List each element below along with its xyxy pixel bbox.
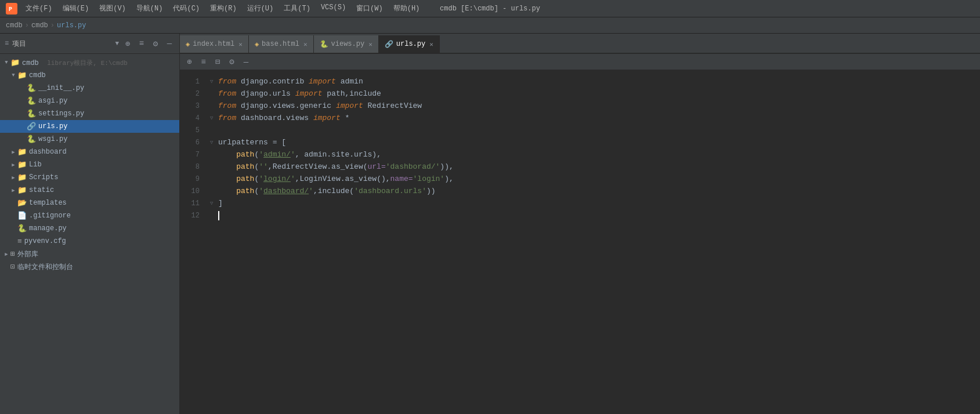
tab-close-views[interactable]: ✕: [368, 41, 373, 48]
tree-item-scripts[interactable]: ▶ 📁 Scripts: [0, 171, 179, 184]
menu-file[interactable]: 文件(F): [21, 2, 57, 14]
app-logo: P: [6, 3, 17, 14]
tree-arrow-root: ▼: [2, 59, 10, 67]
tree-item-cmdb-dir[interactable]: ▼ 📁 cmdb: [0, 69, 179, 82]
main-layout: ≡ 项目 ▼ ⊕ ≡ ⚙ — ▼ 📁 cmdb library根目录, E:\c…: [0, 34, 980, 414]
tab-urls-py[interactable]: 🔗 urls.py ✕: [379, 35, 440, 53]
tree-item-wsgi[interactable]: 🐍 wsgi.py: [0, 133, 179, 146]
breadcrumb-item-3[interactable]: urls.py: [57, 21, 86, 30]
tree-label-templates: templates: [29, 199, 67, 207]
kw-import-4: import: [313, 112, 341, 125]
tree-item-temp[interactable]: ⊡ 临时文件和控制台: [0, 260, 179, 273]
tree-item-root[interactable]: ▼ 📁 cmdb library根目录, E:\cmdb: [0, 56, 179, 69]
kw-from-3: from: [218, 100, 236, 112]
str-login-name: 'login': [413, 173, 445, 186]
kw-import-1: import: [309, 76, 336, 88]
tree-item-asgi[interactable]: 🐍 asgi.py: [0, 95, 179, 107]
tree-item-gitignore[interactable]: 📄 .gitignore: [0, 209, 179, 222]
tree-item-settings[interactable]: 🐍 settings.py: [0, 107, 179, 120]
kw-import-3: import: [336, 100, 363, 112]
code-line-6: ▽ urlpatterns = [: [218, 137, 980, 149]
str-dashboard-path: 'dashboard/': [259, 186, 313, 198]
menu-view[interactable]: 视图(V): [95, 2, 131, 14]
tab-close-urls[interactable]: ✕: [429, 41, 433, 48]
py-icon-manage: 🐍: [17, 224, 27, 233]
sidebar-settings-btn[interactable]: ⚙: [150, 38, 161, 49]
py-icon-settings: 🐍: [27, 109, 36, 118]
tab-icon-index: ◈: [186, 40, 190, 49]
func-path-4: path: [236, 186, 254, 198]
menu-window[interactable]: 窗口(W): [352, 2, 388, 14]
bracket-close: ]: [218, 198, 223, 210]
tab-views-py[interactable]: 🐍 views.py ✕: [314, 35, 379, 53]
tree-label-init: __init__.py: [38, 84, 84, 92]
redirectview-asview: RedirectView.as_view: [273, 161, 363, 173]
tree-label-dashboard: dashboard: [29, 148, 67, 156]
tree-arrow-cmdb: ▼: [9, 71, 17, 79]
tree-item-manage[interactable]: 🐍 manage.py: [0, 222, 179, 235]
menu-refactor[interactable]: 重构(R): [205, 2, 241, 14]
tab-base-html[interactable]: ◈ base.html ✕: [249, 35, 314, 53]
py-icon-init: 🐍: [27, 83, 36, 93]
menu-tools[interactable]: 工具(T): [279, 2, 315, 14]
fold-icon-6: ▽: [210, 139, 213, 147]
code-line-3: from django.views.generic import Redirec…: [218, 100, 980, 112]
code-editor[interactable]: 1 2 3 4 5 6 7 8 9 10 11 12 ▽ from dja: [180, 70, 980, 414]
sidebar-hide-btn[interactable]: —: [164, 38, 175, 49]
folder-icon-static: 📁: [17, 186, 27, 195]
import-redirectview: RedirectView: [368, 100, 422, 112]
tree-arrow-extlib: ▶: [2, 250, 10, 258]
kwarg-url: url=: [368, 161, 386, 173]
admin-site-urls: admin.site.urls: [304, 149, 372, 161]
tree-item-extlib[interactable]: ▶ ⊞ 外部库: [0, 248, 179, 260]
op-eq: =: [268, 137, 281, 149]
line-num-12: 12: [180, 210, 204, 222]
tab-icon-urls: 🔗: [385, 40, 393, 49]
toolbar-list-btn[interactable]: ≡: [198, 56, 208, 68]
toolbar-settings-btn[interactable]: ⚙: [227, 56, 236, 68]
svg-text:P: P: [9, 6, 12, 13]
tree-item-static[interactable]: ▶ 📁 static: [0, 184, 179, 197]
menu-code[interactable]: 代码(C): [168, 2, 204, 14]
folder-icon-root: 📁: [10, 58, 20, 67]
code-line-4: ▽ from dashboard.views import *: [218, 112, 980, 125]
tab-close-base[interactable]: ✕: [303, 41, 308, 48]
folder-icon-scripts: 📁: [17, 173, 27, 182]
import-path-include: path,include: [327, 88, 381, 100]
tree-item-dashboard[interactable]: ▶ 📁 dashboard: [0, 146, 179, 158]
line-num-1: 1: [180, 76, 204, 88]
title-bar: P 文件(F) 编辑(E) 视图(V) 导航(N) 代码(C) 重构(R) 运行…: [0, 0, 980, 17]
tree-item-urls[interactable]: 🔗 urls.py: [0, 120, 179, 133]
toolbar-globe-btn[interactable]: ⊕: [185, 56, 194, 68]
tab-index-html[interactable]: ◈ index.html ✕: [180, 35, 249, 53]
tab-close-index[interactable]: ✕: [238, 41, 243, 48]
tree-arrow-lib: ▶: [9, 161, 17, 169]
sidebar-collapse-btn[interactable]: ≡: [136, 38, 147, 49]
mod-django-urls: django.urls: [241, 88, 291, 100]
toolbar-collapse-btn[interactable]: ⊟: [213, 56, 222, 68]
tree-item-templates[interactable]: 📂 templates: [0, 197, 179, 209]
kw-from-4: from: [218, 112, 236, 125]
py-icon-asgi: 🐍: [27, 96, 36, 106]
breadcrumb-item-2[interactable]: cmdb: [31, 21, 48, 30]
tree-item-lib[interactable]: ▶ 📁 Lib: [0, 158, 179, 171]
tree-item-init[interactable]: 🐍 __init__.py: [0, 82, 179, 95]
menu-edit[interactable]: 编辑(E): [58, 2, 94, 14]
menu-nav[interactable]: 导航(N): [132, 2, 168, 14]
folder-icon-cmdb: 📁: [17, 71, 27, 80]
sidebar-title: 项目: [12, 39, 111, 49]
sidebar-dropdown-icon[interactable]: ▼: [115, 40, 119, 47]
sidebar-locate-btn[interactable]: ⊕: [122, 38, 133, 49]
paren-open-1: (: [254, 149, 259, 161]
menu-vcs[interactable]: VCS(S): [316, 2, 350, 14]
toolbar-minus-btn[interactable]: —: [241, 56, 251, 68]
menu-run[interactable]: 运行(U): [243, 2, 279, 14]
menu-help[interactable]: 帮助(H): [389, 2, 425, 14]
fold-icon-4: ▽: [210, 114, 213, 122]
import-star: *: [345, 112, 350, 125]
file-icon-gitignore: 📄: [17, 211, 27, 220]
tree-item-pyvenv[interactable]: ≡ pyvenv.cfg: [0, 235, 179, 248]
breadcrumb-item-1[interactable]: cmdb: [6, 21, 23, 30]
tree-label-pyvenv: pyvenv.cfg: [24, 237, 66, 245]
file-icon-pyvenv: ≡: [17, 237, 22, 246]
